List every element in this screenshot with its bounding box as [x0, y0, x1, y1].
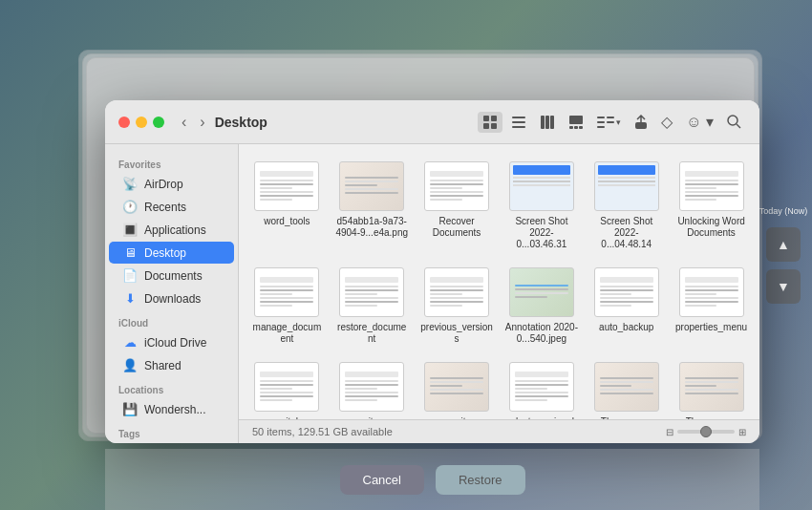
icloud-section-label: iCloud	[105, 310, 238, 330]
sidebar-item-label: Applications	[144, 223, 206, 237]
list-view-button[interactable]	[506, 112, 531, 133]
file-item[interactable]: Unlocking Word Documents	[671, 154, 752, 256]
cancel-button[interactable]: Cancel	[340, 465, 424, 495]
sidebar: Favorites 📡 AirDrop 🕐 Recents 🔳 Applicat…	[105, 144, 239, 443]
file-item[interactable]: auto_backup	[586, 260, 667, 351]
svg-rect-9	[550, 116, 554, 129]
recents-icon: 🕐	[122, 200, 138, 214]
file-item[interactable]: recoverit_home	[246, 354, 328, 419]
svg-rect-16	[597, 121, 605, 123]
file-thumb	[507, 360, 576, 414]
file-thumb	[337, 266, 406, 319]
sidebar-item-label: Recents	[144, 201, 186, 214]
file-item[interactable]: d54abb1a-9a73-4904-9...e4a.png	[331, 154, 413, 256]
sidebar-item-recents[interactable]: 🕐 Recents	[109, 196, 234, 218]
svg-point-20	[728, 116, 737, 125]
file-name: auto_backup	[599, 322, 653, 333]
file-thumb	[592, 360, 661, 414]
file-thumb	[337, 159, 406, 213]
sidebar-item-label: Downloads	[144, 292, 201, 306]
documents-icon: 📄	[122, 268, 138, 283]
search-button[interactable]	[722, 112, 746, 132]
scroll-down-button[interactable]: ▼	[766, 269, 801, 304]
file-name: d54abb1a-9a73-4904-9...e4a.png	[335, 216, 409, 239]
fullscreen-button[interactable]	[153, 117, 164, 128]
svg-rect-17	[607, 121, 614, 123]
sidebar-item-desktop[interactable]: 🖥 Desktop	[109, 242, 234, 264]
svg-rect-13	[579, 126, 583, 129]
file-thumb	[507, 266, 576, 319]
status-bar: 50 items, 129.51 GB available ⊟ ⊞	[239, 419, 759, 443]
wondersh-icon: 💾	[122, 402, 138, 416]
file-thumb	[592, 266, 661, 319]
forward-button[interactable]: ›	[196, 112, 208, 133]
file-item[interactable]: Recover Documents	[417, 154, 498, 256]
file-item[interactable]: previous_versions	[417, 260, 498, 351]
svg-rect-10	[569, 116, 583, 124]
file-name: properties_menu	[675, 322, 747, 333]
sidebar-item-label: Wondersh...	[144, 403, 205, 416]
desktop-icon: 🖥	[122, 245, 138, 260]
sidebar-item-wondersh[interactable]: 💾 Wondersh...	[109, 398, 234, 420]
arrange-button[interactable]: ▾	[592, 112, 626, 133]
grid-view-button[interactable]	[478, 112, 502, 133]
sidebar-item-applications[interactable]: 🔳 Applications	[109, 219, 234, 241]
file-item[interactable]: Three-easy-ways-to...-22.png	[671, 354, 752, 419]
slider-track[interactable]	[677, 430, 735, 434]
file-name: manage_document	[250, 322, 324, 345]
downloads-icon: ⬇	[122, 291, 138, 306]
share-button[interactable]	[630, 112, 652, 133]
file-name: Screen Shot 2022-0...03.46.31	[505, 216, 579, 250]
file-item[interactable]: select_version_history	[502, 354, 583, 419]
file-item[interactable]: manage_document	[246, 260, 328, 351]
file-thumb	[337, 360, 406, 414]
sidebar-item-airdrop[interactable]: 📡 AirDrop	[109, 173, 234, 195]
svg-line-21	[737, 124, 740, 128]
sidebar-item-icloud-drive[interactable]: ☁ iCloud Drive	[109, 331, 234, 353]
svg-rect-19	[635, 122, 647, 129]
file-grid-wrapper: word_toolsd54abb1a-9a73-4904-9...e4a.png…	[239, 144, 759, 443]
file-thumb	[592, 159, 661, 213]
action-button[interactable]: ☺ ▾	[681, 110, 718, 134]
gallery-view-button[interactable]	[564, 112, 588, 133]
restore-button[interactable]: Restore	[436, 465, 525, 495]
bottom-bar: Cancel Restore	[105, 449, 759, 510]
file-item[interactable]: word_tools	[246, 154, 328, 256]
sidebar-item-shared[interactable]: 👤 Shared	[109, 354, 234, 376]
file-item[interactable]: recoverit.png	[417, 354, 498, 419]
column-view-button[interactable]	[535, 112, 560, 133]
zoom-slider[interactable]: ⊟ ⊞	[666, 427, 746, 437]
today-label: Today (Now)	[759, 206, 808, 216]
file-item[interactable]: recoverit_recover	[331, 354, 413, 419]
file-item[interactable]: Three-easy-ways-to...e-3.png	[586, 354, 667, 419]
sidebar-item-downloads[interactable]: ⬇ Downloads	[109, 287, 234, 309]
file-item[interactable]: properties_menu	[671, 260, 752, 351]
notification-sidebar: Today (Now) ▲ ▼	[755, 0, 812, 510]
shared-icon: 👤	[122, 358, 138, 372]
tag-button[interactable]: ◇	[656, 110, 677, 134]
close-button[interactable]	[118, 117, 130, 128]
scroll-up-button[interactable]: ▲	[766, 227, 801, 262]
window-title: Desktop	[215, 115, 267, 130]
svg-rect-11	[569, 126, 573, 129]
zoom-min-icon: ⊟	[666, 427, 673, 437]
slider-thumb[interactable]	[700, 426, 712, 437]
sidebar-item-label: Desktop	[144, 246, 186, 260]
file-name: Screen Shot 2022-0...04.48.14	[589, 216, 663, 250]
status-text: 50 items, 129.51 GB available	[252, 426, 393, 437]
file-item[interactable]: Annotation 2020-0...540.jpeg	[502, 260, 583, 351]
file-item[interactable]: Screen Shot 2022-0...04.48.14	[586, 154, 667, 256]
minimize-button[interactable]	[136, 117, 147, 128]
file-item[interactable]: restore_document	[331, 260, 413, 351]
file-thumb	[252, 360, 321, 414]
file-name: previous_versions	[420, 322, 494, 345]
file-thumb	[252, 159, 321, 213]
sidebar-item-tag-red[interactable]: ⬤ Red	[109, 442, 234, 443]
zoom-max-icon: ⊞	[738, 427, 746, 437]
file-item[interactable]: Screen Shot 2022-0...03.46.31	[502, 154, 583, 256]
back-button[interactable]: ‹	[178, 112, 190, 133]
icloud-icon: ☁	[122, 335, 138, 350]
sidebar-item-label: Documents	[144, 269, 203, 283]
file-thumb	[422, 266, 491, 319]
sidebar-item-documents[interactable]: 📄 Documents	[109, 265, 234, 287]
